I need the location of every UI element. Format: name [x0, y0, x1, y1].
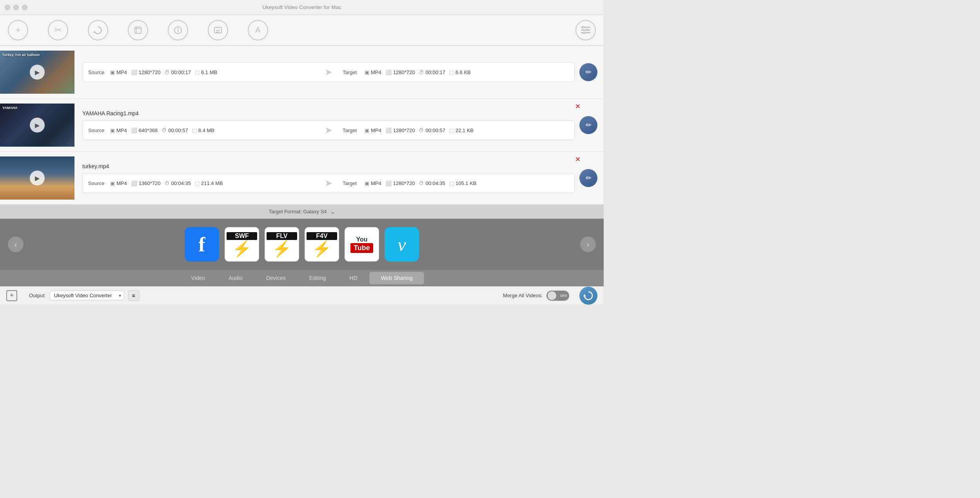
duration-icon: ⏱: [162, 127, 167, 133]
video-thumbnail[interactable]: ▶ YAMAHA: [0, 104, 74, 147]
svg-rect-10: [581, 32, 590, 33]
target-meta: ▣ MP4 ⬜ 1280*720 ⏱ 00:00:57 ⬚ 22.1 KB: [365, 127, 569, 133]
output-label: Output:: [29, 293, 46, 298]
format-icon: ▣: [365, 127, 369, 133]
add-video-button[interactable]: +: [6, 290, 17, 301]
crop-icon[interactable]: [128, 20, 148, 40]
format-vimeo[interactable]: v: [385, 227, 419, 262]
next-arrow[interactable]: ›: [580, 236, 596, 252]
close-video-button[interactable]: ✕: [575, 156, 580, 163]
format-swf[interactable]: SWF ⚡: [225, 227, 259, 262]
source-resolution: ⬜ 640*368: [131, 127, 158, 133]
target-size: ⬚ 105.1 KB: [449, 180, 477, 186]
target-label: Target: [343, 69, 362, 75]
source-meta: ▣ MP4 ⬜ 1360*720 ⏱ 00:04:35 ⬚ 211.4 MB: [110, 180, 314, 186]
target-label: Target: [343, 180, 362, 186]
close-video-button[interactable]: ✕: [575, 103, 580, 110]
video-info: YAMAHA Racing1.mp4 Source ▣ MP4 ⬜ 640*36…: [82, 110, 575, 140]
play-button[interactable]: ▶: [30, 118, 45, 133]
svg-point-11: [583, 26, 584, 28]
target-meta: ▣ MP4 ⬜ 1280*720 ⏱ 00:04:35 ⬚ 105.1 KB: [365, 180, 569, 186]
settings-icon[interactable]: [575, 20, 596, 40]
format-icon: ▣: [365, 69, 369, 75]
svg-point-13: [583, 32, 585, 34]
edit-button[interactable]: ✏: [579, 169, 597, 187]
prev-arrow[interactable]: ‹: [8, 236, 24, 252]
video-thumbnail[interactable]: ▶: [0, 156, 74, 200]
arrow-divider: ➤: [317, 125, 340, 136]
format-icons: f SWF ⚡ FLV ⚡ F4V ⚡ You Tube v: [24, 227, 580, 262]
target-resolution: ⬜ 1280*720: [385, 180, 415, 186]
flash-icon: ⚡: [272, 241, 292, 256]
format-facebook[interactable]: f: [185, 227, 219, 262]
effect-icon[interactable]: [168, 20, 188, 40]
convert-icon[interactable]: ✂: [48, 20, 68, 40]
source-label: Source: [88, 69, 108, 75]
flash-icon: ⚡: [232, 241, 252, 256]
youtube-icon: You Tube: [350, 236, 373, 253]
app-title: Ukeysoft Video Converter for Mac: [262, 4, 341, 10]
source-duration: ⏱ 00:00:57: [162, 127, 188, 133]
tab-hd[interactable]: HD: [338, 272, 369, 284]
target-resolution: ⬜ 1280*720: [385, 69, 415, 75]
size-icon: ⬚: [449, 127, 454, 133]
toggle-knob: [548, 291, 556, 300]
resolution-icon: ⬜: [385, 69, 392, 75]
video-item: ▶ YAMAHA YAMAHA Racing1.mp4 Source ▣ MP4…: [0, 99, 604, 152]
subtitle-icon[interactable]: [208, 20, 228, 40]
play-button[interactable]: ▶: [30, 171, 45, 185]
format-icon: ▣: [365, 180, 369, 186]
f4v-label: F4V: [307, 232, 337, 240]
format-youtube[interactable]: You Tube: [345, 227, 379, 262]
svg-point-12: [586, 29, 588, 31]
target-label: Target: [343, 127, 362, 133]
target-duration: ⏱ 00:00:57: [419, 127, 445, 133]
merge-label: Merge All Videos:: [503, 293, 543, 298]
output-selector[interactable]: Ukeysoft Video Converter ▾: [50, 291, 124, 300]
target-size: ⬚ 6.6 KB: [449, 69, 471, 75]
target-meta: ▣ MP4 ⬜ 1280*720 ⏱ 00:00:17 ⬚ 6.6 KB: [365, 69, 569, 75]
target-size: ⬚ 22.1 KB: [449, 127, 474, 133]
flash-icon: ⚡: [312, 241, 332, 256]
format-icon: ▣: [110, 127, 115, 133]
size-icon: ⬚: [192, 127, 197, 133]
video-thumbnail[interactable]: ▶ Turkey, hot air balloon: [0, 51, 74, 94]
video-info: Source ▣ MP4 ⬜ 1280*720 ⏱ 00:00:17: [82, 62, 575, 82]
title-bar: Ukeysoft Video Converter for Mac: [0, 0, 604, 15]
traffic-lights: [5, 5, 27, 10]
play-button[interactable]: ▶: [30, 65, 45, 80]
resolution-icon: ⬜: [131, 127, 137, 133]
add-icon[interactable]: +: [8, 20, 28, 40]
video-row: Source ▣ MP4 ⬜ 1360*720 ⏱ 00:04:35: [82, 173, 575, 193]
refresh-icon[interactable]: [88, 20, 108, 40]
source-size: ⬚ 8.4 MB: [192, 127, 214, 133]
facebook-icon: f: [198, 233, 205, 256]
edit-button[interactable]: ✏: [579, 63, 597, 81]
toolbar-icons: + ✂ A: [8, 20, 268, 40]
merge-toggle[interactable]: OFF: [546, 291, 569, 301]
convert-button[interactable]: [579, 287, 597, 305]
toggle-state: OFF: [560, 294, 567, 298]
vimeo-icon: v: [397, 234, 406, 255]
source-format: ▣ MP4: [110, 180, 127, 186]
tab-web-sharing[interactable]: Web Sharing: [369, 272, 425, 284]
output-folder-button[interactable]: ≡: [128, 290, 139, 301]
tab-audio[interactable]: Audio: [217, 272, 254, 284]
source-meta: ▣ MP4 ⬜ 1280*720 ⏱ 00:00:17 ⬚ 6.1 MB: [110, 69, 314, 75]
maximize-button[interactable]: [22, 5, 27, 10]
flv-label: FLV: [267, 232, 297, 240]
minimize-button[interactable]: [13, 5, 19, 10]
close-button[interactable]: [5, 5, 10, 10]
format-flv[interactable]: FLV ⚡: [265, 227, 299, 262]
format-bar[interactable]: Target Format: Galaxy S4 ⌄: [0, 205, 604, 219]
tab-editing[interactable]: Editing: [298, 272, 338, 284]
tab-video[interactable]: Video: [180, 272, 217, 284]
watermark-icon[interactable]: A: [248, 20, 268, 40]
thumbnail-label: Turkey, hot air balloon: [2, 53, 40, 57]
output-select[interactable]: Ukeysoft Video Converter: [50, 291, 124, 300]
format-f4v[interactable]: F4V ⚡: [305, 227, 339, 262]
svg-marker-14: [583, 294, 586, 296]
tab-devices[interactable]: Devices: [254, 272, 298, 284]
arrow-divider: ➤: [317, 67, 340, 78]
edit-button[interactable]: ✏: [579, 116, 597, 134]
